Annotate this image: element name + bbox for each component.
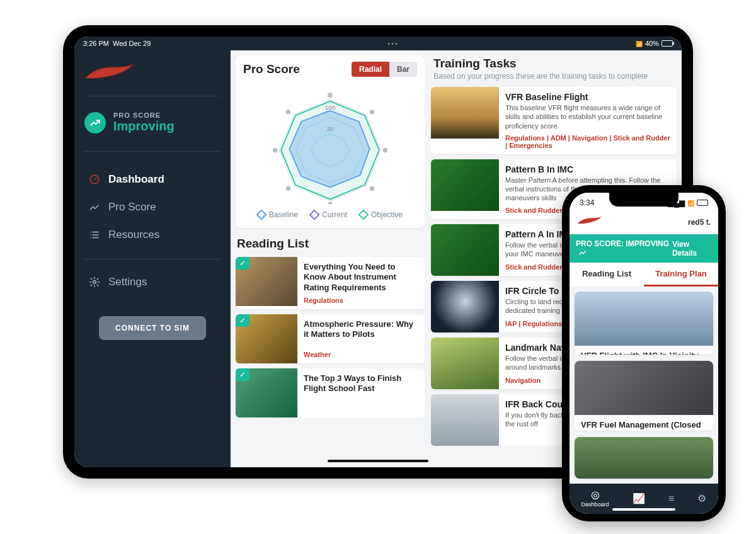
pro-score-banner[interactable]: PRO SCORE: IMPROVING View Details — [570, 234, 718, 263]
radar-chart: 100 20 — [243, 82, 417, 210]
home-indicator — [612, 508, 675, 511]
gauge-icon — [88, 174, 101, 185]
tabbar-settings[interactable]: ⚙ — [697, 494, 706, 504]
task-thumb — [431, 338, 499, 389]
iphone-training-list[interactable]: VFR Flight with IMC In Vicinity Weather … — [570, 287, 718, 484]
connect-to-sim-button[interactable]: CONNECT TO SIM — [99, 316, 206, 340]
legend-baseline: Baseline — [258, 210, 298, 219]
divider — [84, 96, 220, 96]
reading-item-title: The Top 3 Ways to Finish Flight School F… — [304, 373, 418, 394]
tabbar-proscore[interactable]: 📈 — [633, 494, 645, 504]
task-thumb — [431, 87, 499, 139]
status-dots: ••• — [387, 40, 399, 47]
view-details-link[interactable]: View Details — [672, 240, 712, 258]
scale-inner: 20 — [327, 125, 334, 132]
ipad-status-bar: 3:26 PM Wed Dec 29 ••• 40% — [74, 37, 682, 50]
gauge-icon: ◎ — [591, 490, 600, 500]
iphone-notch — [609, 193, 679, 207]
tab-training-plan[interactable]: Training Plan — [644, 263, 718, 287]
reading-list-title: Reading List — [236, 233, 425, 252]
scale-max: 100 — [325, 104, 335, 111]
sidebar-item-resources[interactable]: Resources — [84, 224, 220, 246]
legend-objective: Objective — [360, 210, 403, 219]
sidebar-item-label: Pro Score — [108, 201, 156, 213]
tab-reading-list[interactable]: Reading List — [570, 263, 644, 287]
tabbar-dashboard[interactable]: ◎ Dashboard — [581, 490, 609, 508]
reading-thumb: ✓ — [236, 314, 297, 363]
pro-score-status: Improving — [113, 119, 175, 134]
legend-current: Current — [311, 210, 347, 219]
chart-legend: Baseline Current Objective — [243, 210, 417, 222]
sidebar-item-dashboard[interactable]: Dashboard — [84, 168, 220, 191]
reading-item-tag: Weather — [304, 351, 418, 358]
svg-point-8 — [370, 110, 375, 115]
iphone-task-thumb — [575, 437, 713, 479]
iphone-task-title: VFR Fuel Management (Closed Airport) — [581, 420, 707, 431]
reading-item-tag: Regulations — [304, 297, 418, 304]
iphone-status-time: 3:34 — [580, 198, 594, 207]
reading-item[interactable]: ✓ Atmospheric Pressure: Why it Matters t… — [236, 314, 425, 363]
training-tasks-header: Training Tasks Based on your progress th… — [431, 55, 677, 82]
tabbar-label: Dashboard — [581, 501, 609, 508]
sidebar-item-label: Dashboard — [108, 173, 164, 186]
sidebar-item-settings[interactable]: Settings — [84, 271, 220, 293]
user-name[interactable]: red5 t. — [688, 218, 711, 227]
app-logo — [84, 59, 220, 87]
iphone-task-card[interactable]: VFR Fuel Management (Closed Airport) ADM — [575, 361, 713, 431]
home-indicator — [328, 460, 428, 462]
svg-point-7 — [328, 93, 333, 98]
tabbar-resources[interactable]: ≡ — [668, 494, 674, 504]
chart-icon — [88, 202, 101, 213]
task-thumb — [431, 394, 499, 446]
pro-score-label: PRO SCORE — [113, 111, 175, 119]
chart-icon: 📈 — [633, 494, 645, 504]
reading-item[interactable]: ✓ Everything You Need to Know About Inst… — [236, 257, 425, 309]
reading-item-title: Everything You Need to Know About Instru… — [304, 262, 418, 293]
pro-score-card: Pro Score Radial Bar — [236, 55, 425, 228]
training-tasks-title: Training Tasks — [433, 57, 674, 71]
battery-icon — [662, 40, 673, 47]
task-thumb — [431, 159, 499, 211]
reading-item[interactable]: ✓ The Top 3 Ways to Finish Flight School… — [236, 368, 425, 418]
task-item-title: VFR Baseline Flight — [505, 92, 670, 102]
svg-point-13 — [273, 148, 278, 153]
wifi-icon — [636, 40, 643, 47]
task-thumb — [431, 224, 499, 276]
divider — [84, 151, 220, 152]
iphone-task-title: VFR Flight with IMC In Vicinity — [581, 351, 707, 355]
reading-list[interactable]: ✓ Everything You Need to Know About Inst… — [236, 257, 425, 418]
divider — [84, 259, 220, 259]
task-item-tags: Regulations | ADM | Navigation | Stick a… — [505, 130, 670, 149]
list-icon: ≡ — [668, 494, 674, 504]
iphone-task-card[interactable]: VFR Flight with IMC In Vicinity Weather … — [575, 292, 713, 355]
svg-point-12 — [286, 186, 291, 191]
sidebar-item-label: Settings — [108, 276, 147, 288]
toggle-radial[interactable]: Radial — [352, 62, 389, 77]
check-icon: ✓ — [236, 368, 249, 381]
iphone-device: 3:34 ▂▄▆ red5 t. PRO SCORE: IMPROVING Vi… — [562, 185, 726, 521]
reading-thumb: ✓ — [236, 257, 297, 306]
iphone-task-thumb — [575, 292, 713, 346]
pro-score-title: Pro Score — [243, 62, 300, 76]
svg-point-9 — [383, 148, 388, 153]
task-thumb — [431, 281, 499, 332]
iphone-task-card[interactable] — [575, 437, 713, 479]
gear-icon: ⚙ — [697, 494, 706, 504]
task-item[interactable]: VFR Baseline Flight This baseline VFR fl… — [431, 87, 677, 154]
pro-score-summary[interactable]: PRO SCORE Improving — [84, 108, 220, 142]
trend-up-icon — [84, 112, 106, 134]
status-date: Wed Dec 29 — [113, 40, 151, 47]
sidebar-item-label: Resources — [108, 229, 159, 241]
sidebar-item-proscore[interactable]: Pro Score — [84, 196, 220, 219]
reading-thumb: ✓ — [236, 368, 297, 418]
iphone-header: red5 t. — [570, 213, 718, 234]
sidebar: PRO SCORE Improving Dashboard — [74, 50, 231, 467]
reading-item-title: Atmospheric Pressure: Why it Matters to … — [304, 319, 418, 340]
battery-icon — [697, 200, 708, 206]
svg-point-1 — [93, 281, 96, 284]
task-item-title: Pattern B In IMC — [505, 164, 670, 174]
svg-marker-6 — [289, 111, 369, 188]
iphone-tabs: Reading List Training Plan — [570, 263, 718, 287]
task-item-desc: This baseline VFR flight measures a wide… — [505, 103, 670, 130]
toggle-bar[interactable]: Bar — [389, 62, 417, 77]
